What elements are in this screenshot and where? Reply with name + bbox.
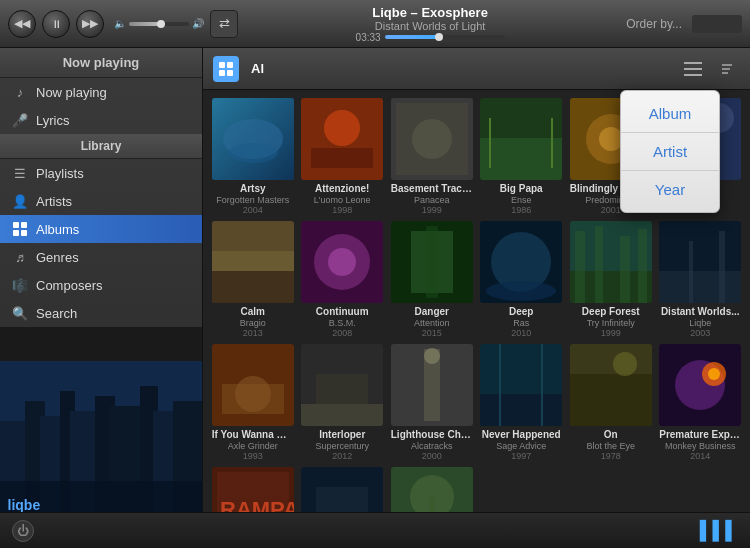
album-title: Interloper [301, 429, 383, 441]
album-cover [212, 344, 294, 426]
svg-rect-0 [13, 222, 19, 228]
svg-rect-69 [301, 404, 383, 426]
album-item[interactable]: Deep ForestTry Infinitely1999 [569, 221, 653, 338]
track-subtitle: Distant Worlds of Light [372, 20, 488, 32]
svg-rect-58 [595, 226, 603, 303]
album-title: Deep Forest [570, 306, 652, 318]
album-title: Big Papa [480, 183, 562, 195]
album-cover [212, 98, 294, 180]
album-title: Distant Worlds... [659, 306, 741, 318]
album-item[interactable]: Lighthouse Chro...Alcatracks2000 [390, 344, 474, 461]
album-artist: Sage Advice [480, 441, 562, 451]
album-item[interactable]: DangerAttention2015 [390, 221, 474, 338]
order-by-album[interactable]: Album [621, 95, 719, 132]
album-item[interactable]: CalmBragio2013 [211, 221, 295, 338]
order-by-artist[interactable]: Artist [621, 133, 719, 170]
album-info: DeepRas2010 [480, 306, 562, 338]
svg-rect-45 [212, 251, 294, 271]
svg-rect-79 [570, 374, 652, 426]
album-item[interactable]: Distant Worlds...Liqbe2003 [659, 221, 743, 338]
svg-rect-64 [719, 231, 725, 303]
sidebar-genres-label: Genres [36, 250, 79, 265]
order-by-button[interactable]: Order by... [626, 17, 682, 31]
grid-icon [219, 62, 233, 76]
now-playing-section-header: Now playing [0, 48, 202, 78]
sidebar-item-genres[interactable]: ♬ Genres [0, 243, 202, 271]
album-item[interactable]: ContinuumB.S.M.2008 [301, 221, 385, 338]
svg-rect-34 [480, 138, 562, 180]
album-title: Calm [212, 306, 294, 318]
album-title: Attenzione! [301, 183, 383, 195]
album-item[interactable]: Basement TracksPanacea1999 [390, 98, 474, 215]
sidebar-now-playing-label: Now playing [36, 85, 107, 100]
order-by-year[interactable]: Year [621, 171, 719, 208]
album-item[interactable]: Attenzione!L'uomo Leone1998 [301, 98, 385, 215]
grid-view-button[interactable] [213, 56, 239, 82]
album-item[interactable]: InterloperSupercentury2012 [301, 344, 385, 461]
album-info: Deep ForestTry Infinitely1999 [570, 306, 652, 338]
album-cover [570, 221, 652, 303]
list-icon: ☰ [12, 165, 28, 181]
album-info: Big PapaEnse1986 [480, 183, 562, 215]
album-cover [480, 221, 562, 303]
next-button[interactable]: ▶▶ [76, 10, 104, 38]
sidebar-item-composers[interactable]: 🎼 Composers [0, 271, 202, 299]
progress-container: 03:33 [356, 32, 505, 43]
album-art-logo: liqbe [8, 497, 41, 513]
album-item[interactable]: Never HappenedSage Advice1997 [480, 344, 564, 461]
volume-control: 🔈 🔊 [114, 18, 204, 29]
album-title: On [570, 429, 652, 441]
progress-bar[interactable] [385, 35, 505, 39]
album-artist: Panacea [391, 195, 473, 205]
album-item[interactable]: Big PapaEnse1986 [480, 98, 564, 215]
track-info-area: Liqbe – Exosphere Distant Worlds of Ligh… [244, 5, 616, 43]
album-artist: Bragio [212, 318, 294, 328]
track-info: Liqbe – Exosphere Distant Worlds of Ligh… [372, 5, 488, 32]
album-year: 2008 [301, 328, 383, 338]
album-info: Premature Explo...Monkey Business2014 [659, 429, 741, 461]
equalizer-icon[interactable]: ▌▌▌ [700, 520, 738, 541]
sort-button[interactable] [714, 56, 740, 82]
sidebar-artists-label: Artists [36, 194, 72, 209]
album-year: 2010 [480, 328, 562, 338]
sidebar-item-search[interactable]: 🔍 Search [0, 299, 202, 327]
person-icon: 👤 [12, 193, 28, 209]
shuffle-button[interactable]: ⇄ [210, 10, 238, 38]
album-artist: B.S.M. [301, 318, 383, 328]
svg-point-26 [228, 143, 278, 163]
svg-rect-75 [480, 394, 562, 426]
sidebar-item-artists[interactable]: 👤 Artists [0, 187, 202, 215]
album-title: Basement Tracks [391, 183, 473, 195]
album-artist: Axle Grinder [212, 441, 294, 451]
album-title: If You Wanna Be... [212, 429, 294, 441]
album-item[interactable]: OnBlot the Eye1978 [569, 344, 653, 461]
album-year: 2015 [391, 328, 473, 338]
power-button[interactable]: ⏻ [12, 520, 34, 542]
sidebar-item-lyrics[interactable]: 🎤 Lyrics [0, 106, 202, 134]
volume-bar[interactable] [129, 22, 189, 26]
sidebar-item-albums[interactable]: Albums [0, 215, 202, 243]
sidebar-item-now-playing[interactable]: ♪ Now playing [0, 78, 202, 106]
album-item[interactable]: ArtsyForgotten Masters2004 [211, 98, 295, 215]
album-info: Attenzione!L'uomo Leone1998 [301, 183, 383, 215]
album-item[interactable]: Premature Explo...Monkey Business2014 [659, 344, 743, 461]
svg-rect-70 [316, 374, 368, 404]
album-title: Danger [391, 306, 473, 318]
album-info: Distant Worlds...Liqbe2003 [659, 306, 741, 338]
album-title: Never Happened [480, 429, 562, 441]
album-item[interactable]: DeepRas2010 [480, 221, 564, 338]
album-year: 1986 [480, 205, 562, 215]
svg-rect-51 [426, 226, 438, 298]
volume-max-icon: 🔊 [192, 18, 204, 29]
order-bar-slider[interactable] [692, 15, 742, 33]
prev-button[interactable]: ◀◀ [8, 10, 36, 38]
filter-all-label[interactable]: Al [251, 61, 264, 76]
sidebar-item-playlists[interactable]: ☰ Playlists [0, 159, 202, 187]
album-item[interactable]: If You Wanna Be...Axle Grinder1993 [211, 344, 295, 461]
sidebar-search-label: Search [36, 306, 77, 321]
list-view-button[interactable] [680, 56, 706, 82]
album-info: Basement TracksPanacea1999 [391, 183, 473, 215]
play-pause-button[interactable]: ⏸ [42, 10, 70, 38]
svg-rect-2 [13, 230, 19, 236]
svg-rect-19 [684, 74, 702, 76]
